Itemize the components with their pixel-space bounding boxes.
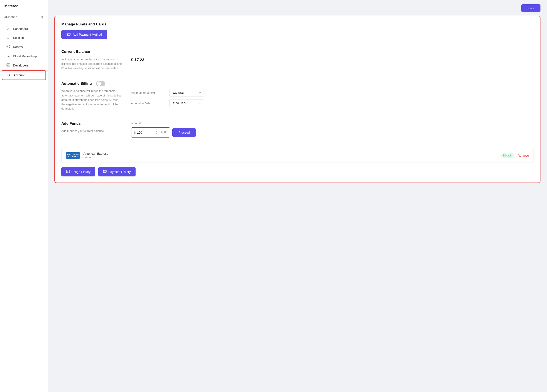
payment-history-icon (103, 170, 107, 174)
manage-funds-section: Manage Funds and Cards Add Payment Metho… (61, 22, 533, 39)
svg-rect-2 (7, 64, 10, 66)
svg-rect-6 (103, 170, 106, 173)
sidebar-item-label: Cloud Recordings (13, 54, 37, 58)
chevron-down-icon: ▾ (199, 91, 201, 94)
amount-debit-row: Amount to Debit $100 USD ▾ (131, 100, 204, 107)
balance-description: Indicates your current balance. If autom… (61, 57, 122, 70)
sidebar-item-label: Developers (13, 64, 28, 67)
auto-billing-header: Automatic Billing (61, 81, 533, 86)
add-funds-title: Add Funds (61, 121, 122, 126)
amex-logo: AMERICAN EXPRESS (66, 152, 80, 159)
proceed-button[interactable]: Proceed (172, 128, 196, 137)
usage-history-label: Usage History (71, 170, 90, 174)
card-info: American Express - •••••• (83, 152, 497, 159)
current-balance-section: Current Balance Indicates your current b… (61, 50, 533, 70)
auto-billing-body: When your balance will reach the thresho… (61, 89, 533, 111)
min-threshold-label: Minimum threshold (131, 91, 166, 94)
history-row: Usage History Payment History (61, 167, 533, 176)
username: aliasgher (4, 15, 17, 19)
home-icon: ⌂ (6, 27, 10, 31)
manage-funds-title: Manage Funds and Cards (61, 22, 533, 27)
amount-debit-select[interactable]: $100 USD ▾ (169, 100, 204, 107)
main-content: Save Manage Funds and Cards Add Payment … (48, 0, 547, 392)
account-card: Manage Funds and Cards Add Payment Metho… (55, 16, 540, 183)
usage-history-icon (66, 170, 70, 174)
payment-history-label: Payment History (108, 170, 131, 174)
payment-history-button[interactable]: Payment History (98, 167, 136, 176)
credit-card-icon (67, 33, 70, 36)
balance-amount: $-17.23 (131, 57, 144, 62)
add-payment-label: Add Payment Method (73, 33, 102, 36)
svg-point-1 (8, 46, 9, 47)
amount-input-box: $ ▲ ▼ USD (131, 127, 170, 138)
current-balance-title: Current Balance (61, 50, 533, 54)
sidebar-item-sessions[interactable]: ≡ Sessions (2, 33, 46, 42)
add-payment-method-button[interactable]: Add Payment Method (61, 30, 107, 39)
svg-rect-4 (67, 34, 68, 35)
app-logo: Metered (0, 0, 48, 12)
developers-icon (6, 63, 10, 67)
add-funds-description: Add funds to your current balance. (61, 129, 122, 133)
divider-1 (61, 44, 533, 44)
amount-input[interactable] (137, 131, 155, 134)
sidebar: Metered aliasgher ⇅ ⌂ Dashboard ≡ Sessio… (0, 0, 48, 392)
currency-symbol: $ (134, 131, 136, 134)
rooms-icon (6, 45, 10, 49)
min-threshold-row: Minimum threshold $20 USD ▾ (131, 89, 204, 96)
amount-debit-value: $100 USD (172, 102, 186, 105)
auto-billing-title: Automatic Billing (61, 81, 92, 86)
automatic-billing-section: Automatic Billing When your balance will… (61, 81, 533, 111)
sidebar-item-label: Rooms (13, 45, 23, 49)
balance-row: Indicates your current balance. If autom… (61, 57, 533, 70)
amount-label: Amount (131, 121, 196, 125)
sessions-icon: ≡ (6, 36, 10, 40)
auto-billing-description: When your balance will reach the thresho… (61, 89, 122, 111)
chevron-down-icon-2: ▾ (199, 102, 201, 105)
card-name: American Express - (83, 152, 497, 155)
payment-card-item: AMERICAN EXPRESS American Express - ••••… (61, 148, 533, 163)
currency-label: USD (161, 131, 167, 134)
sidebar-item-account[interactable]: ⚙ Account (2, 70, 46, 80)
topbar: Save (55, 4, 540, 12)
cloud-icon: ☁ (6, 54, 10, 58)
remove-card-button[interactable]: Remove (518, 154, 529, 157)
user-menu[interactable]: aliasgher ⇅ (0, 12, 48, 22)
divider-2 (61, 76, 533, 76)
add-funds-left: Add Funds Add funds to your current bala… (61, 121, 122, 133)
chevron-updown-icon: ⇅ (41, 16, 43, 19)
sidebar-item-label: Sessions (13, 36, 26, 40)
amount-debit-label: Amount to Debit (131, 102, 166, 105)
sidebar-item-dashboard[interactable]: ⌂ Dashboard (2, 25, 46, 33)
gear-icon: ⚙ (7, 73, 11, 77)
sidebar-item-label: Account (14, 73, 25, 77)
main-nav: ⌂ Dashboard ≡ Sessions Rooms ☁ Cloud Rec… (0, 22, 48, 82)
add-funds-row: Add Funds Add funds to your current bala… (61, 121, 533, 138)
add-funds-right: Amount $ ▲ ▼ USD Proceed (131, 121, 196, 138)
divider-3 (61, 116, 533, 116)
sidebar-item-cloud-recordings[interactable]: ☁ Cloud Recordings (2, 52, 46, 61)
save-button[interactable]: Save (521, 4, 540, 12)
svg-point-0 (7, 45, 10, 48)
min-threshold-value: $20 USD (172, 91, 184, 94)
add-funds-section: Add Funds Add funds to your current bala… (61, 121, 533, 138)
usage-history-button[interactable]: Usage History (61, 167, 95, 176)
svg-rect-3 (67, 33, 70, 35)
card-number: •••••• (83, 156, 497, 159)
stepper-icon[interactable]: ▲ ▼ (156, 130, 158, 135)
sidebar-item-label: Dashboard (13, 27, 28, 31)
sidebar-item-rooms[interactable]: Rooms (2, 42, 46, 52)
default-badge: Default (501, 153, 514, 158)
sidebar-item-developers[interactable]: Developers (2, 61, 46, 70)
svg-rect-7 (104, 172, 104, 172)
amount-input-row: $ ▲ ▼ USD Proceed (131, 127, 196, 138)
auto-billing-toggle[interactable] (96, 81, 105, 86)
min-threshold-select[interactable]: $20 USD ▾ (169, 89, 204, 96)
auto-billing-controls: Minimum threshold $20 USD ▾ Amount to De… (131, 89, 204, 111)
